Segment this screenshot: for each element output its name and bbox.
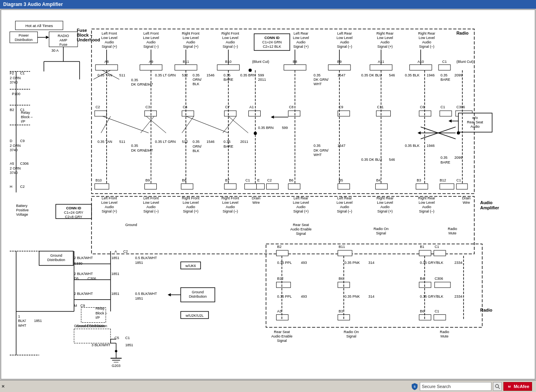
svg-text:Right Rear: Right Rear xyxy=(376,31,394,35)
search-box: Secure Search xyxy=(420,382,491,391)
svg-text:Voltage: Voltage xyxy=(16,213,28,216)
svg-text:2334: 2334 xyxy=(454,261,462,265)
svg-text:C1: C1 xyxy=(435,309,439,313)
svg-rect-159 xyxy=(376,111,391,116)
svg-text:BLK: BLK xyxy=(193,149,199,153)
svg-text:Signal (–): Signal (–) xyxy=(419,209,434,213)
svg-text:Audio: Audio xyxy=(296,40,306,44)
svg-text:Low Level: Low Level xyxy=(101,36,117,40)
svg-text:C2: C2 xyxy=(267,178,272,182)
svg-text:1851: 1851 xyxy=(111,292,119,296)
svg-text:Audio Enable: Audio Enable xyxy=(290,227,312,231)
svg-rect-86 xyxy=(96,65,118,70)
svg-text:Distribution: Distribution xyxy=(15,38,33,42)
svg-text:B6: B6 xyxy=(339,277,343,281)
svg-text:1851: 1851 xyxy=(111,272,119,276)
svg-text:Distribution: Distribution xyxy=(189,294,207,298)
mcafee-button[interactable]: M McAfee xyxy=(503,382,532,391)
svg-text:Signal: Signal xyxy=(277,339,287,343)
svg-text:Signal (+): Signal (+) xyxy=(183,209,199,213)
svg-text:Wire: Wire xyxy=(463,201,470,205)
svg-text:Signal (+): Signal (+) xyxy=(101,209,117,213)
svg-text:546: 546 xyxy=(389,158,395,162)
svg-text:DK GRN/: DK GRN/ xyxy=(314,148,329,152)
svg-text:Hot at All Times: Hot at All Times xyxy=(25,23,53,28)
svg-text:C1: C1 xyxy=(435,245,439,249)
svg-text:w/UK6: w/UK6 xyxy=(185,264,196,268)
svg-text:DK GRN/: DK GRN/ xyxy=(131,82,146,86)
wiring-diagram-svg: Hot at All Times Power Distribution RADI… xyxy=(1,10,535,379)
svg-text:0.35: 0.35 xyxy=(314,73,320,77)
svg-text:C1=24 GRN: C1=24 GRN xyxy=(262,40,282,44)
close-button[interactable]: × xyxy=(2,383,5,389)
svg-rect-163 xyxy=(440,111,452,116)
svg-text:Underhood: Underhood xyxy=(77,37,100,42)
svg-text:C1: C1 xyxy=(20,71,25,75)
search-button[interactable] xyxy=(493,382,502,391)
svg-text:A5: A5 xyxy=(10,162,14,166)
svg-text:DK GRN/: DK GRN/ xyxy=(131,148,146,152)
svg-text:C1=24 GRY: C1=24 GRY xyxy=(64,211,83,215)
mcafee-label: McAfee xyxy=(514,384,529,389)
svg-text:1546: 1546 xyxy=(207,73,214,77)
svg-text:Ground Distribution: Ground Distribution xyxy=(74,324,105,328)
svg-text:B7: B7 xyxy=(225,178,230,182)
svg-text:Audio: Audio xyxy=(340,40,349,44)
svg-text:Signal (+): Signal (+) xyxy=(183,45,199,49)
svg-text:M: M xyxy=(508,385,511,388)
svg-rect-104 xyxy=(328,65,351,70)
svg-rect-150 xyxy=(224,111,236,116)
svg-text:0.35 GRY/BLK: 0.35 GRY/BLK xyxy=(420,261,443,265)
svg-text:Right Rear: Right Rear xyxy=(418,31,435,35)
svg-text:Audio: Audio xyxy=(105,205,114,209)
svg-text:Right Front: Right Front xyxy=(222,196,240,200)
svg-rect-107 xyxy=(370,65,392,70)
svg-text:1: 1 xyxy=(18,314,20,318)
svg-text:Low Level: Low Level xyxy=(337,201,353,205)
svg-text:BARE: BARE xyxy=(440,160,450,164)
svg-text:Audio: Audio xyxy=(105,40,114,44)
svg-text:BLK: BLK xyxy=(193,82,199,86)
svg-text:1851: 1851 xyxy=(135,296,143,300)
svg-rect-233 xyxy=(376,184,388,189)
svg-text:2 ORN: 2 ORN xyxy=(10,76,21,80)
svg-text:Audio: Audio xyxy=(380,40,390,44)
svg-text:Low Level: Low Level xyxy=(183,36,199,40)
svg-rect-235 xyxy=(416,184,428,189)
svg-text:2099: 2099 xyxy=(454,73,462,77)
svg-text:Signal (–): Signal (–) xyxy=(223,209,238,213)
svg-text:BARE: BARE xyxy=(440,78,450,82)
svg-text:A1: A1 xyxy=(249,105,254,109)
svg-text:511: 511 xyxy=(119,140,125,144)
svg-text:S330: S330 xyxy=(74,261,82,265)
svg-text:Left Rear: Left Rear xyxy=(337,196,352,200)
svg-text:Signal (+): Signal (+) xyxy=(293,45,309,49)
svg-text:Radio: Radio xyxy=(448,227,457,231)
svg-text:Low Level: Low Level xyxy=(293,36,309,40)
svg-text:C2: C2 xyxy=(123,250,128,254)
svg-rect-110 xyxy=(409,65,432,70)
taskbar-right: S Secure Search M McAfee xyxy=(409,380,534,392)
svg-text:Low Level: Low Level xyxy=(337,36,353,40)
svg-text:C2: C2 xyxy=(96,105,100,109)
svg-text:C1: C1 xyxy=(246,178,250,182)
svg-text:Signal: Signal xyxy=(346,334,356,338)
svg-text:Wire: Wire xyxy=(252,201,259,205)
svg-text:Signal: Signal xyxy=(296,232,306,236)
svg-text:A3: A3 xyxy=(277,309,281,313)
svg-text:B12: B12 xyxy=(440,178,446,182)
svg-text:B10: B10 xyxy=(96,178,102,182)
svg-text:Signal (–): Signal (–) xyxy=(419,45,434,49)
svg-rect-376 xyxy=(435,282,450,288)
svg-text:0.35 LT GRN: 0.35 LT GRN xyxy=(155,73,175,77)
svg-rect-390 xyxy=(434,315,446,320)
svg-text:Audio: Audio xyxy=(226,40,235,44)
svg-text:0.35 BLK: 0.35 BLK xyxy=(405,73,419,77)
svg-text:0.35: 0.35 xyxy=(314,144,320,148)
svg-text:493: 493 xyxy=(301,294,307,298)
svg-text:C1: C1 xyxy=(125,336,130,340)
svg-text:1547: 1547 xyxy=(337,73,345,77)
svg-text:0.35: 0.35 xyxy=(224,73,230,77)
svg-text:Left Rear: Left Rear xyxy=(294,196,308,200)
svg-text:Right Front: Right Front xyxy=(182,31,200,35)
